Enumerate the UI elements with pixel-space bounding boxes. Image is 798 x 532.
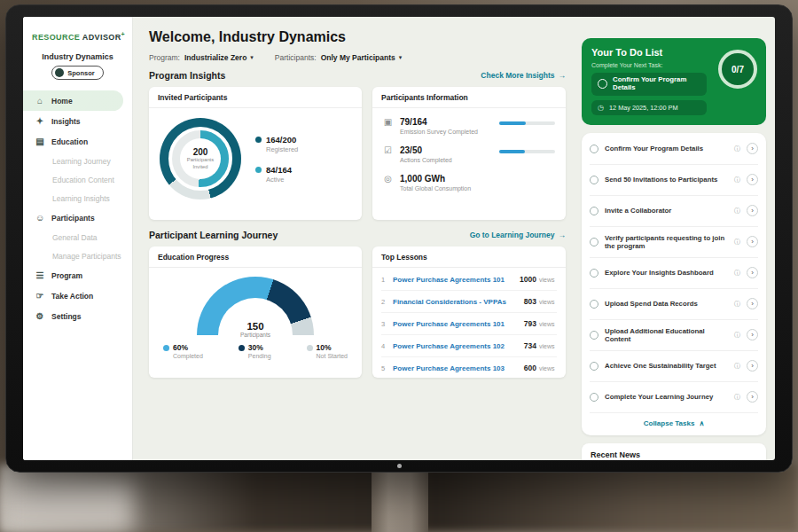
task-row-explore-insights[interactable]: Explore Your Insights Dashboard ⓘ › — [590, 258, 758, 289]
sponsor-icon — [55, 68, 64, 77]
sidebar-item-label: Program — [51, 271, 82, 280]
lesson-views-label: views — [539, 299, 557, 305]
info-row-survey: ▣ 79/164 Emission Survey Completed — [383, 117, 555, 135]
task-row-send-invitations[interactable]: Send 50 Invitations to Participants ⓘ › — [590, 165, 758, 196]
top-lessons-card: Top Lessons 1 Power Purchase Agreements … — [372, 246, 566, 378]
learning-journey-header: Participant Learning Journey Go to Learn… — [149, 230, 566, 240]
task-row-confirm-details[interactable]: Confirm Your Program Details ⓘ › — [590, 134, 758, 165]
sidebar-item-participants[interactable]: ☺ Participants — [23, 207, 132, 228]
task-checkbox[interactable] — [590, 176, 598, 184]
legend-pct: 10% — [317, 343, 332, 352]
filters-bar: Program: Industrialize Zero ▾ Participan… — [149, 53, 566, 62]
sidebar-subitem-label: General Data — [52, 233, 98, 242]
donut-center: 200 Participants Invited — [180, 138, 221, 179]
lesson-row: 3 Power Purchase Agreements 101 793 view… — [381, 313, 557, 335]
invited-count-label: Participants Invited — [183, 157, 218, 169]
check-more-insights-link[interactable]: Check More Insights → — [481, 71, 566, 80]
settings-icon: ⚙ — [35, 311, 45, 321]
chevron-right-icon[interactable]: › — [747, 205, 758, 216]
task-checkbox[interactable] — [598, 79, 607, 89]
chevron-down-icon: ▾ — [399, 54, 403, 61]
info-value: 1,000 GWh — [400, 174, 492, 184]
lesson-link[interactable]: Power Purchase Agreements 103 — [393, 364, 524, 372]
sidebar-item-label: Settings — [51, 312, 82, 321]
task-list: Confirm Your Program Details ⓘ › Send 50… — [582, 133, 766, 435]
chevron-right-icon[interactable]: › — [747, 236, 758, 247]
home-icon: ⌂ — [35, 96, 45, 106]
gauge-legend: 60% Completed 30% Pending — [149, 335, 362, 359]
chevron-right-icon[interactable]: › — [747, 298, 758, 309]
chevron-right-icon[interactable]: › — [747, 360, 758, 372]
chevron-right-icon[interactable]: › — [747, 267, 758, 278]
info-icon: ⓘ — [734, 362, 740, 371]
task-checkbox[interactable] — [590, 300, 598, 309]
donut-legend: 164/200 Registered 84/164 Active — [255, 135, 298, 184]
donut-inner-ring: 200 Participants Invited — [168, 127, 232, 191]
task-checkbox[interactable] — [590, 238, 598, 246]
survey-progress-bar — [499, 121, 555, 125]
task-row-verify-participants[interactable]: Verify participants requesting to join t… — [590, 227, 758, 258]
sidebar-item-learning-journey[interactable]: Learning Journey — [23, 152, 132, 170]
sidebar-item-take-action[interactable]: ☞ Take Action — [23, 286, 132, 306]
sidebar-item-insights[interactable]: ✦ Insights — [23, 111, 132, 131]
sidebar-item-program[interactable]: ☰ Program — [23, 265, 132, 286]
program-filter[interactable]: Program: Industrialize Zero ▾ — [149, 53, 254, 62]
arrow-right-icon: → — [559, 71, 567, 80]
learning-cards-row: Education Progress 150 Participants — [149, 246, 566, 378]
chevron-right-icon[interactable]: › — [747, 143, 758, 154]
task-label: Send 50 Invitations to Participants — [605, 176, 728, 184]
sidebar-item-learning-insights[interactable]: Learning Insights — [23, 189, 132, 207]
gauge-label: Participants — [197, 332, 314, 338]
info-label: Emission Survey Completed — [400, 129, 492, 135]
arrow-right-icon: → — [559, 231, 567, 239]
task-label: Confirm Your Program Details — [605, 145, 728, 153]
participants-filter[interactable]: Participants: Only My Participants ▾ — [275, 53, 402, 62]
lesson-link[interactable]: Power Purchase Agreements 102 — [393, 342, 524, 350]
task-checkbox[interactable] — [590, 393, 598, 402]
lesson-row: 4 Power Purchase Agreements 102 734 view… — [381, 335, 557, 357]
collapse-tasks-link[interactable]: Collapse Tasks ∧ — [590, 413, 758, 434]
sidebar-subitem-label: Learning Insights — [52, 194, 110, 203]
task-checkbox[interactable] — [590, 362, 598, 371]
sidebar-item-education-content[interactable]: Education Content — [23, 170, 132, 189]
sidebar-item-general-data[interactable]: General Data — [23, 228, 132, 246]
task-row-invite-collaborator[interactable]: Invite a Collaborator ⓘ › — [590, 196, 758, 227]
go-to-learning-journey-link[interactable]: Go to Learning Journey → — [470, 231, 566, 239]
sidebar-item-settings[interactable]: ⚙ Settings — [23, 306, 132, 326]
chevron-right-icon[interactable]: › — [747, 174, 758, 185]
chevron-right-icon[interactable]: › — [747, 391, 758, 403]
logo-plus: + — [121, 31, 126, 37]
todo-next-task[interactable]: Confirm Your Program Details — [591, 73, 707, 96]
task-checkbox[interactable] — [590, 269, 598, 278]
task-row-complete-learning-journey[interactable]: Complete Your Learning Journey ⓘ › — [590, 382, 758, 413]
chevron-right-icon[interactable]: › — [747, 329, 758, 340]
task-row-upload-spend-data[interactable]: Upload Spend Data Records ⓘ › — [590, 289, 758, 320]
task-row-achieve-sustainability-target[interactable]: Achieve One Sustainability Target ⓘ › — [590, 351, 758, 382]
todo-card: Your To Do List 0/7 Complete Your Next T… — [582, 38, 766, 125]
lesson-link[interactable]: Power Purchase Agreements 101 — [393, 320, 524, 328]
legend-label: Not Started — [317, 353, 348, 359]
info-icon: ⓘ — [734, 269, 740, 278]
monitor-led — [397, 464, 402, 468]
lesson-link[interactable]: Financial Considerations - VPPAs — [393, 298, 524, 306]
card-title: Top Lessons — [372, 246, 566, 268]
program-filter-label: Program: — [149, 53, 180, 62]
task-checkbox[interactable] — [590, 207, 598, 215]
todo-panel: Your To Do List 0/7 Complete Your Next T… — [576, 17, 775, 460]
sidebar-item-label: Take Action — [51, 292, 93, 301]
task-checkbox[interactable] — [590, 145, 598, 153]
task-row-upload-educational-content[interactable]: Upload Additional Educational Content ⓘ … — [590, 320, 758, 351]
legend-entry-pending: 30% Pending — [239, 343, 271, 359]
lesson-views: 734 — [524, 341, 536, 350]
sidebar-item-manage-participants[interactable]: Manage Participants — [23, 246, 132, 265]
dashboard-screen: RESOURCE ADVISOR+ Industry Dynamics Spon… — [23, 17, 775, 460]
task-label: Invite a Collaborator — [605, 207, 728, 215]
sidebar-item-education[interactable]: ▤ Education — [23, 131, 132, 152]
todo-due-row: ◷ 12 May 2025, 12:00 PM — [591, 100, 707, 115]
sidebar-item-home[interactable]: ⌂ Home — [23, 90, 123, 111]
legend-value: 84/164 — [266, 165, 292, 175]
app-logo: RESOURCE ADVISOR+ — [23, 31, 132, 52]
task-label: Verify participants requesting to join t… — [605, 234, 728, 251]
task-checkbox[interactable] — [590, 331, 598, 340]
lesson-link[interactable]: Power Purchase Agreements 101 — [393, 276, 520, 284]
